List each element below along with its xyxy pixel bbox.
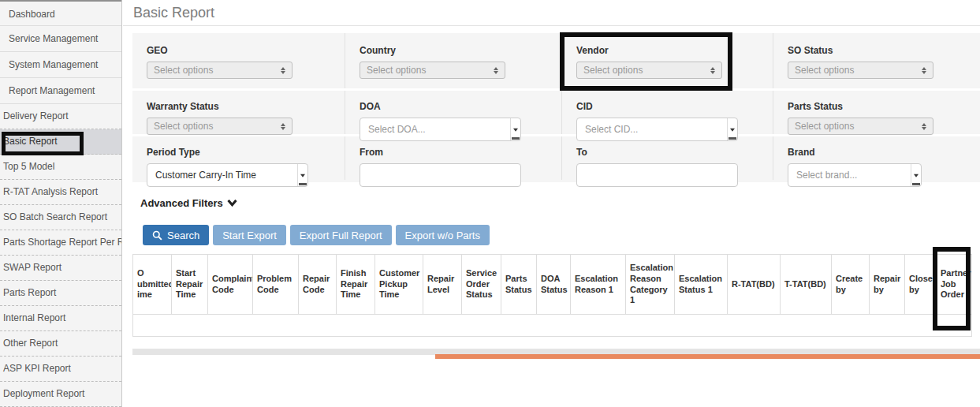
filter-vendor: Vendor Select options bbox=[561, 33, 773, 88]
dropdown-arrow-icon[interactable] bbox=[297, 164, 307, 186]
column-problem-code: Problem Code bbox=[253, 255, 299, 315]
column-repair-level: Repair Level bbox=[423, 255, 462, 315]
sidebar: Dashboard Service Management System Mana… bbox=[0, 0, 122, 407]
search-button[interactable]: Search bbox=[143, 225, 209, 245]
parts-status-select-value: Select options bbox=[795, 121, 854, 132]
advanced-filters-toggle[interactable]: Advanced Filters bbox=[140, 197, 237, 209]
parts-status-select[interactable]: Select options bbox=[788, 118, 933, 135]
filter-so-status: SO Status Select options bbox=[773, 33, 980, 88]
brand-combobox[interactable]: Select brand... bbox=[788, 163, 922, 187]
country-select-value: Select options bbox=[367, 65, 426, 76]
table-header-row: O ubmitted ime Start Repair Time Complai… bbox=[133, 255, 972, 315]
sidebar-item-basic-report[interactable]: Basic Report bbox=[0, 129, 121, 155]
column-start-repair-time: Start Repair Time bbox=[172, 255, 208, 315]
period-type-combobox-value: Customer Carry-In Time bbox=[147, 164, 297, 186]
filter-from-label: From bbox=[360, 147, 561, 158]
sidebar-item-parts-report[interactable]: Parts Report bbox=[0, 281, 121, 306]
start-export-button[interactable]: Start Export bbox=[213, 225, 286, 245]
export-full-report-button[interactable]: Export Full Report bbox=[290, 225, 392, 245]
filter-period-type: Period Type Customer Carry-In Time bbox=[132, 136, 345, 180]
so-status-select-value: Select options bbox=[795, 65, 854, 76]
updown-caret-icon bbox=[710, 67, 715, 74]
column-escalation-reason-category-1: Escalation Reason Category 1 bbox=[626, 255, 675, 315]
sidebar-item-service-management[interactable]: Service Management bbox=[0, 26, 121, 52]
filter-warranty-status: Warranty Status Select options bbox=[132, 91, 345, 134]
filter-from: From bbox=[345, 136, 561, 180]
report-table: O ubmitted ime Start Repair Time Complai… bbox=[132, 254, 972, 337]
sidebar-item-top-5-model[interactable]: Top 5 Model bbox=[0, 155, 121, 180]
sidebar-item-system-management[interactable]: System Management bbox=[0, 52, 121, 78]
sidebar-item-parts-shortage-report[interactable]: Parts Shortage Report Per Repa bbox=[0, 230, 121, 256]
export-without-parts-button[interactable]: Export w/o Parts bbox=[396, 225, 490, 245]
updown-caret-icon bbox=[922, 67, 926, 74]
sidebar-item-rtat-analysis-report[interactable]: R-TAT Analysis Report bbox=[0, 180, 121, 205]
vendor-select[interactable]: Select options bbox=[576, 62, 722, 79]
warranty-status-select-value: Select options bbox=[154, 121, 213, 132]
dropdown-arrow-icon[interactable] bbox=[727, 118, 737, 140]
column-create-by: Create by bbox=[832, 255, 870, 315]
sidebar-item-internal-report[interactable]: Internal Report bbox=[0, 306, 121, 331]
filter-doa: DOA Select DOA... bbox=[345, 91, 561, 134]
page-title: Basic Report bbox=[133, 5, 214, 21]
search-icon bbox=[152, 230, 162, 241]
from-date-input[interactable] bbox=[360, 163, 521, 187]
chevron-down-icon bbox=[227, 200, 237, 207]
start-export-label: Start Export bbox=[222, 230, 277, 241]
filter-cid-label: CID bbox=[576, 101, 773, 112]
sidebar-item-so-batch-search-report[interactable]: SO Batch Search Report bbox=[0, 205, 121, 230]
updown-caret-icon bbox=[494, 67, 498, 74]
column-complaint-code: Complaint Code bbox=[208, 255, 253, 315]
so-status-select[interactable]: Select options bbox=[788, 62, 933, 79]
filter-country-label: Country bbox=[360, 45, 561, 56]
filter-period-type-label: Period Type bbox=[147, 147, 345, 158]
sidebar-item-dashboard[interactable]: Dashboard bbox=[0, 0, 121, 26]
column-doa-status: DOA Status bbox=[537, 255, 571, 315]
filter-country: Country Select options bbox=[345, 33, 561, 88]
brand-combobox-value: Select brand... bbox=[788, 164, 911, 186]
dropdown-arrow-icon[interactable] bbox=[911, 164, 921, 186]
empty-data-row bbox=[133, 315, 972, 337]
title-divider bbox=[123, 25, 980, 26]
warranty-status-select[interactable]: Select options bbox=[147, 118, 293, 135]
sidebar-item-other-report[interactable]: Other Report bbox=[0, 331, 121, 357]
filter-geo-label: GEO bbox=[147, 45, 345, 56]
filter-warranty-status-label: Warranty Status bbox=[147, 101, 345, 112]
filter-to-label: To bbox=[576, 147, 773, 158]
filter-panel: GEO Select options Country Select option… bbox=[132, 33, 980, 182]
filter-parts-status-label: Parts Status bbox=[788, 101, 980, 112]
sidebar-item-swap-report[interactable]: SWAP Report bbox=[0, 256, 121, 281]
sidebar-item-asp-kpi-report[interactable]: ASP KPI Report bbox=[0, 357, 121, 382]
period-type-combobox[interactable]: Customer Carry-In Time bbox=[147, 163, 308, 187]
sidebar-item-report-management[interactable]: Report Management bbox=[0, 78, 121, 104]
column-repair-by: Repair by bbox=[870, 255, 905, 315]
export-full-report-label: Export Full Report bbox=[300, 230, 382, 241]
geo-select-value: Select options bbox=[154, 65, 213, 76]
country-select[interactable]: Select options bbox=[360, 62, 505, 79]
filter-to: To bbox=[561, 136, 773, 180]
column-escalation-reason-1: Escalation Reason 1 bbox=[571, 255, 626, 315]
column-r-tat-bd: R-TAT(BD) bbox=[728, 255, 781, 315]
dropdown-arrow-icon[interactable] bbox=[510, 118, 520, 140]
filter-brand-label: Brand bbox=[788, 147, 980, 158]
filter-cid: CID Select CID... bbox=[561, 91, 773, 134]
filter-brand: Brand Select brand... bbox=[773, 136, 980, 180]
column-t-tat-bd: T-TAT(BD) bbox=[781, 255, 832, 315]
advanced-filters-label: Advanced Filters bbox=[140, 197, 223, 209]
search-button-label: Search bbox=[167, 230, 199, 241]
column-close-by: Close by bbox=[905, 255, 937, 315]
sidebar-item-deployment-report[interactable]: Deployment Report bbox=[0, 382, 121, 407]
column-finish-repair-time: Finish Repair Time bbox=[337, 255, 375, 315]
column-so-submitted-time: O ubmitted ime bbox=[133, 255, 172, 315]
column-service-order-status: Service Order Status bbox=[462, 255, 501, 315]
geo-select[interactable]: Select options bbox=[147, 62, 293, 79]
filter-geo: GEO Select options bbox=[132, 33, 345, 88]
to-date-input[interactable] bbox=[576, 163, 738, 187]
filter-doa-label: DOA bbox=[360, 101, 561, 112]
horizontal-scrollbar-handle[interactable] bbox=[435, 354, 980, 359]
column-escalation-status-1: Escalation Status 1 bbox=[675, 255, 728, 315]
export-without-parts-label: Export w/o Parts bbox=[405, 230, 480, 241]
column-partner-job-order: Partner Job Order bbox=[937, 255, 972, 315]
updown-caret-icon bbox=[922, 123, 926, 130]
sidebar-item-delivery-report[interactable]: Delivery Report bbox=[0, 104, 121, 129]
column-customer-pickup-time: Customer Pickup Time bbox=[375, 255, 423, 315]
